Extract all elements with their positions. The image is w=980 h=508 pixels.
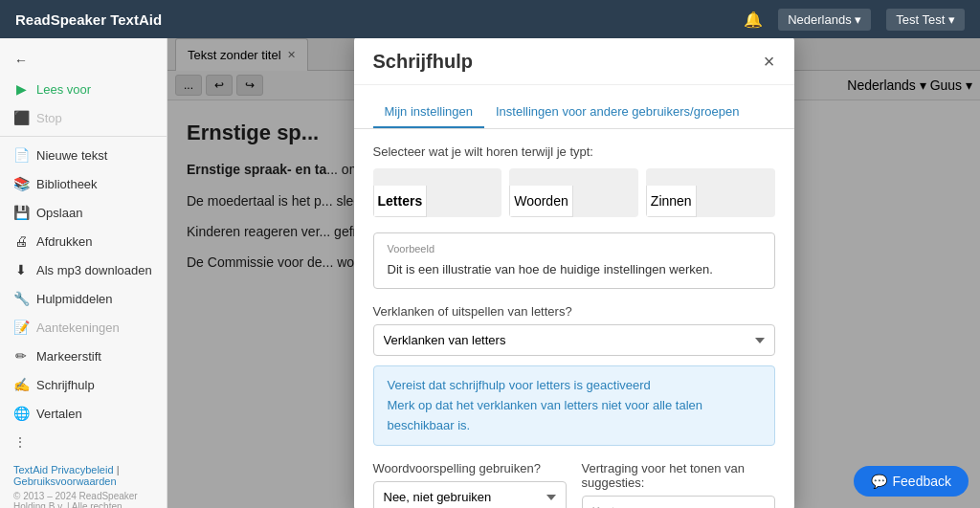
app-title: ReadSpeaker TextAid	[15, 11, 162, 28]
woordvoorspelling-select[interactable]: Nee, niet gebruiken Ja, gebruiken	[373, 481, 567, 508]
info-line-2: Merk op dat het verklanken van letters n…	[388, 396, 761, 436]
sidebar-item-afdrukken[interactable]: 🖨 Afdrukken	[0, 227, 167, 255]
sidebar-item-aantekeningen[interactable]: 📝 Aantekeningen	[0, 313, 167, 342]
section-label: Selecteer wat je wilt horen terwijl je t…	[373, 144, 775, 159]
top-bar-right: 🔔 Nederlands ▾ Test Test ▾	[744, 9, 965, 31]
option-letters[interactable]: Letters	[373, 168, 502, 217]
info-box: Vereist dat schrijfhulp voor letters is …	[373, 365, 775, 446]
woordvoorspelling-col: Woordvoorspelling gebruiken? Nee, niet g…	[373, 461, 567, 508]
print-icon: 🖨	[13, 233, 29, 249]
chat-icon: 💬	[871, 474, 887, 489]
tools-icon: 🔧	[13, 291, 29, 306]
sidebar-lees-voor[interactable]: ▶ Lees voor	[0, 75, 167, 103]
bell-icon: 🔔	[744, 11, 763, 29]
sidebar-item-mp3[interactable]: ⬇ Als mp3 downloaden	[0, 255, 167, 284]
option-buttons: Letters Woorden Zinnen	[373, 168, 775, 217]
info-line-1: Vereist dat schrijfhulp voor letters is …	[388, 376, 761, 396]
sidebar-item-bibliotheek[interactable]: 📚 Bibliotheek	[0, 169, 167, 198]
terms-link[interactable]: Gebruiksvoorwaarden	[13, 475, 117, 487]
sidebar-stop[interactable]: ⬛ Stop	[0, 103, 167, 132]
verklanken-label: Verklanken of uitspellen van letters?	[373, 304, 775, 319]
modal-close-button[interactable]: ×	[764, 52, 775, 71]
sidebar-divider-1	[0, 136, 167, 137]
modal-overlay[interactable]: Schrijfhulp × Mijn instellingen Instelli…	[167, 38, 980, 508]
sidebar-item-opslaan[interactable]: 💾 Opslaan	[0, 198, 167, 227]
sidebar-more[interactable]: ⋮	[0, 428, 167, 456]
play-icon: ▶	[13, 81, 29, 97]
sidebar: ← ▶ Lees voor ⬛ Stop 📄 Nieuwe tekst 📚 Bi…	[0, 38, 167, 508]
main-area: Tekst zonder titel ✕ ... ↩ ↪ Nederlands …	[167, 38, 980, 508]
tab-mijn-instellingen[interactable]: Mijn instellingen	[373, 97, 485, 128]
sidebar-item-hulpmiddelen[interactable]: 🔧 Hulpmiddelen	[0, 284, 167, 313]
vertraging-select[interactable]: Kort Normaal Lang	[582, 496, 775, 508]
write-icon: ✍	[13, 377, 29, 392]
example-text: Dit is een illustratie van hoe de huidig…	[388, 260, 761, 279]
privacy-link[interactable]: TextAid Privacybeleid	[13, 464, 114, 475]
translate-icon: 🌐	[13, 406, 29, 421]
stop-icon: ⬛	[13, 110, 29, 125]
option-zinnen[interactable]: Zinnen	[646, 168, 775, 217]
feedback-label: Feedback	[893, 474, 951, 489]
example-box: Voorbeeld Dit is een illustratie van hoe…	[373, 232, 775, 290]
sidebar-back[interactable]: ←	[0, 46, 167, 75]
back-icon: ←	[13, 53, 29, 68]
verklanken-select[interactable]: Verklanken van letters Uitspellen van le…	[373, 324, 775, 356]
vertraging-label: Vertraging voor het tonen van suggesties…	[582, 461, 775, 490]
copyright: © 2013 – 2024 ReadSpeaker Holding B.v. |…	[13, 491, 153, 508]
language-button[interactable]: Nederlands ▾	[778, 9, 871, 31]
sidebar-stop-label: Stop	[36, 111, 62, 125]
library-icon: 📚	[13, 176, 29, 191]
notes-icon: 📝	[13, 320, 29, 335]
modal-tabs: Mijn instellingen Instellingen voor ande…	[354, 85, 794, 129]
sidebar-item-markeerstift[interactable]: ✏ Markeerstift	[0, 342, 167, 370]
layout: ← ▶ Lees voor ⬛ Stop 📄 Nieuwe tekst 📚 Bi…	[0, 38, 980, 508]
highlighter-icon: ✏	[13, 348, 29, 364]
feedback-button[interactable]: 💬 Feedback	[854, 466, 969, 497]
example-title: Voorbeeld	[388, 243, 761, 254]
vertraging-col: Vertraging voor het tonen van suggesties…	[582, 461, 775, 508]
save-icon: 💾	[13, 205, 29, 220]
woordvoorspelling-label: Woordvoorspelling gebruiken?	[373, 461, 567, 475]
modal-header: Schrijfhulp ×	[354, 38, 794, 85]
sidebar-item-nieuwe-tekst[interactable]: 📄 Nieuwe tekst	[0, 141, 167, 169]
tab-andere-instellingen[interactable]: Instellingen voor andere gebruikers/groe…	[484, 97, 750, 128]
sidebar-item-schrijfhulp[interactable]: ✍ Schrijfhulp	[0, 370, 167, 399]
document-icon: 📄	[13, 147, 29, 163]
bottom-form-row: Woordvoorspelling gebruiken? Nee, niet g…	[373, 461, 775, 508]
modal-body: Selecteer wat je wilt horen terwijl je t…	[354, 129, 794, 509]
user-button[interactable]: Test Test ▾	[886, 9, 965, 31]
sidebar-item-vertalen[interactable]: 🌐 Vertalen	[0, 399, 167, 428]
download-icon: ⬇	[13, 262, 29, 277]
sidebar-footer: TextAid Privacybeleid | Gebruiksvoorwaar…	[0, 456, 167, 508]
sidebar-lees-voor-label: Lees voor	[36, 82, 91, 97]
modal-schrijfhulp: Schrijfhulp × Mijn instellingen Instelli…	[354, 38, 794, 508]
modal-title: Schrijfhulp	[373, 51, 473, 73]
top-bar: ReadSpeaker TextAid 🔔 Nederlands ▾ Test …	[0, 0, 980, 38]
option-woorden[interactable]: Woorden	[509, 168, 638, 217]
